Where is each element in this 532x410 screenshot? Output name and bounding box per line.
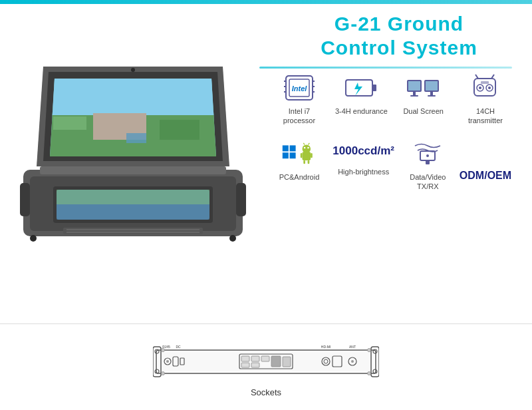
svg-point-101 bbox=[162, 372, 165, 375]
svg-rect-39 bbox=[408, 81, 420, 91]
svg-rect-64 bbox=[301, 153, 303, 158]
svg-rect-53 bbox=[481, 81, 489, 84]
transmitter-icon bbox=[467, 73, 503, 102]
dual-screen-label: Dual Screen bbox=[403, 106, 444, 116]
svg-point-95 bbox=[351, 360, 354, 363]
svg-text:Intel: Intel bbox=[292, 85, 308, 93]
svg-point-58 bbox=[303, 144, 311, 153]
feature-pc-android: PC&Android bbox=[273, 139, 326, 192]
svg-text:ANT: ANT bbox=[349, 345, 356, 349]
feature-transmitter: 14CH transmitter bbox=[459, 73, 512, 126]
bottom-section: RJ45 DC HD-MI ANT Sockets bbox=[0, 323, 532, 410]
title-section: G-21 Ground Control System bbox=[293, 12, 505, 60]
svg-rect-88 bbox=[251, 363, 259, 367]
svg-rect-20 bbox=[66, 232, 200, 233]
svg-rect-36 bbox=[372, 85, 376, 91]
svg-point-24 bbox=[229, 235, 236, 242]
feature-data-video: Data/Video TX/RX bbox=[401, 139, 454, 192]
svg-rect-45 bbox=[428, 95, 436, 97]
svg-rect-65 bbox=[311, 153, 313, 158]
svg-point-61 bbox=[307, 146, 309, 148]
svg-rect-57 bbox=[290, 152, 296, 158]
svg-rect-9 bbox=[50, 79, 216, 115]
svg-point-100 bbox=[162, 349, 165, 352]
svg-rect-2 bbox=[40, 166, 226, 174]
svg-point-52 bbox=[488, 87, 491, 89]
svg-rect-56 bbox=[283, 152, 289, 158]
intel-label: Intel i7 processor bbox=[273, 106, 326, 126]
transmitter-label: 14CH transmitter bbox=[459, 106, 512, 126]
features-grid: Intel Intel i7 processor bbox=[273, 73, 512, 204]
svg-point-70 bbox=[426, 154, 429, 157]
device-image bbox=[13, 53, 253, 286]
svg-text:RJ45: RJ45 bbox=[162, 345, 170, 349]
svg-rect-11 bbox=[53, 116, 86, 130]
svg-rect-89 bbox=[271, 356, 281, 367]
svg-rect-44 bbox=[410, 95, 418, 97]
svg-rect-59 bbox=[303, 152, 311, 160]
svg-text:HD-MI: HD-MI bbox=[321, 345, 331, 349]
svg-rect-85 bbox=[251, 356, 259, 361]
feature-brightness: 1000ccd/m² High-brightness bbox=[331, 139, 397, 192]
feature-odm-oem: ODM/OEM bbox=[459, 139, 512, 192]
svg-line-62 bbox=[303, 142, 305, 144]
intel-icon: Intel bbox=[281, 73, 317, 102]
endurance-label: 3-4H endurance bbox=[335, 106, 388, 116]
brightness-icon: 1000ccd/m² bbox=[331, 139, 397, 163]
data-video-label: Data/Video TX/RX bbox=[401, 172, 454, 192]
odm-label: ODM/OEM bbox=[460, 170, 511, 182]
top-accent-bar bbox=[0, 0, 532, 4]
svg-rect-86 bbox=[261, 356, 269, 361]
svg-rect-19 bbox=[66, 229, 200, 230]
pc-android-icon bbox=[281, 139, 317, 168]
feature-intel: Intel Intel i7 processor bbox=[273, 73, 326, 126]
svg-text:DC: DC bbox=[176, 345, 181, 349]
svg-rect-18 bbox=[63, 228, 203, 234]
svg-marker-37 bbox=[354, 83, 362, 96]
svg-rect-43 bbox=[430, 92, 433, 95]
svg-rect-55 bbox=[290, 145, 296, 151]
svg-rect-21 bbox=[20, 183, 30, 216]
feature-endurance: 3-4H endurance bbox=[334, 73, 388, 126]
svg-point-25 bbox=[131, 68, 135, 72]
odm-icon bbox=[467, 139, 503, 166]
svg-point-102 bbox=[368, 349, 371, 352]
svg-line-63 bbox=[309, 142, 310, 144]
pc-android-label: PC&Android bbox=[279, 172, 320, 182]
battery-icon bbox=[343, 73, 379, 102]
title-divider bbox=[259, 67, 512, 69]
svg-rect-90 bbox=[283, 357, 291, 367]
svg-rect-12 bbox=[160, 120, 200, 140]
sockets-label: Sockets bbox=[251, 387, 281, 397]
svg-rect-67 bbox=[308, 160, 310, 163]
svg-point-23 bbox=[30, 235, 37, 242]
brightness-label: High-brightness bbox=[338, 167, 389, 176]
page-title: G-21 Ground Control System bbox=[293, 12, 505, 60]
svg-point-103 bbox=[368, 372, 371, 375]
feature-dual-screen: Dual Screen bbox=[397, 73, 450, 126]
features-row-2: PC&Android 1000ccd/m² High-brightness bbox=[273, 139, 512, 192]
sockets-image: RJ45 DC HD-MI ANT bbox=[153, 337, 379, 383]
data-tx-icon bbox=[410, 139, 446, 168]
svg-rect-66 bbox=[303, 160, 305, 163]
svg-rect-13 bbox=[126, 133, 146, 143]
svg-rect-87 bbox=[241, 363, 249, 367]
svg-point-80 bbox=[166, 360, 169, 363]
svg-point-51 bbox=[479, 87, 481, 89]
svg-rect-69 bbox=[426, 160, 430, 164]
svg-rect-17 bbox=[57, 204, 209, 220]
features-row-1: Intel Intel i7 processor bbox=[273, 73, 512, 126]
svg-rect-22 bbox=[236, 183, 246, 216]
svg-rect-41 bbox=[426, 81, 438, 91]
svg-point-60 bbox=[304, 146, 306, 148]
brightness-value: 1000ccd/m² bbox=[332, 144, 394, 158]
svg-rect-16 bbox=[57, 190, 209, 204]
svg-rect-84 bbox=[241, 356, 249, 361]
dual-screen-icon bbox=[406, 73, 442, 102]
svg-rect-42 bbox=[413, 92, 416, 95]
svg-rect-54 bbox=[283, 145, 289, 151]
